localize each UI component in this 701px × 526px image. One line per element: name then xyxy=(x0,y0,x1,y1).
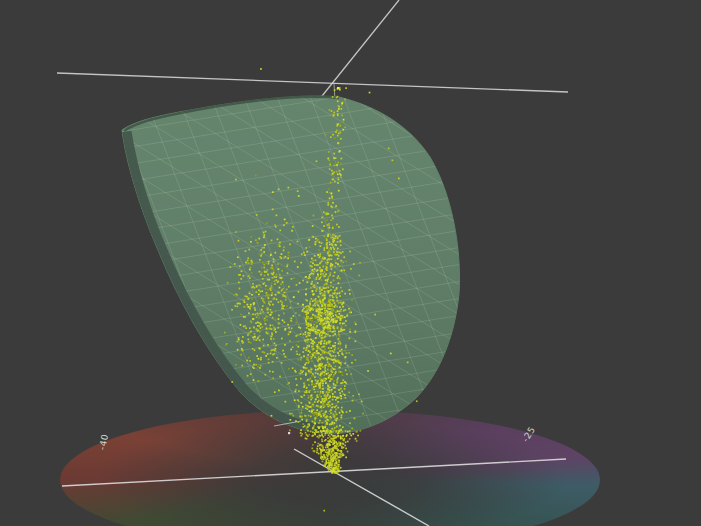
axis-lines-top xyxy=(57,0,568,106)
stray-scatter-point xyxy=(337,87,339,89)
top-diagonal-axis xyxy=(314,0,399,106)
scene-svg xyxy=(0,0,701,526)
gamut-mesh xyxy=(110,0,470,526)
top-horizontal-axis xyxy=(57,73,568,92)
stray-scatter-point xyxy=(288,432,290,434)
3d-colour-space-viewport[interactable]: -40 -50 -25 xyxy=(0,0,701,526)
axis-lines-bottom xyxy=(62,421,566,526)
disc-horizontal-axis xyxy=(62,459,566,486)
disc-depth-axis xyxy=(294,449,429,526)
